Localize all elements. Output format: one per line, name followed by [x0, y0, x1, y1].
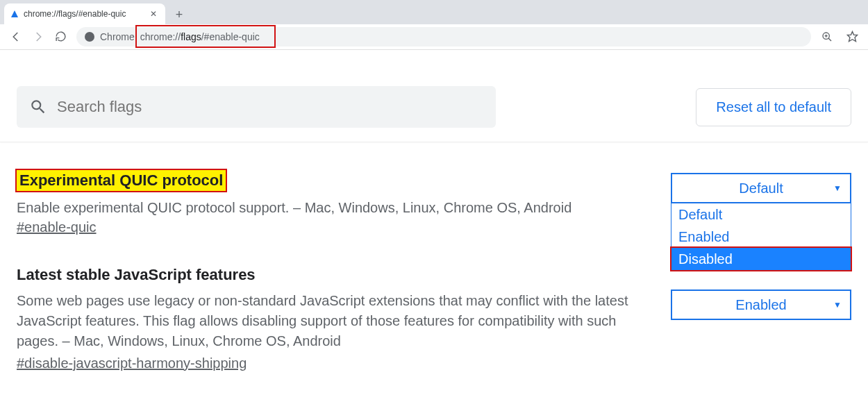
flag-option-enabled[interactable]: Enabled: [671, 226, 851, 248]
tab-title: chrome://flags/#enable-quic: [24, 9, 126, 19]
reload-button[interactable]: [50, 26, 71, 47]
browser-chrome: chrome://flags/#enable-quic ✕ + Chrome c…: [0, 0, 868, 49]
flask-icon: [11, 10, 18, 17]
flag-select-value: Enabled: [735, 297, 786, 313]
new-tab-button[interactable]: +: [169, 5, 189, 24]
browser-tab[interactable]: chrome://flags/#enable-quic ✕: [4, 3, 165, 24]
flag-description: Some web pages use legacy or non-standar…: [17, 291, 649, 351]
toolbar: Chrome chrome://flags/#enable-quic: [0, 24, 868, 49]
flag-select[interactable]: Enabled ▼: [671, 290, 851, 320]
address-bar[interactable]: Chrome chrome://flags/#enable-quic: [76, 27, 811, 47]
search-icon: [29, 98, 47, 116]
bookmark-star-icon[interactable]: [842, 26, 862, 47]
chrome-icon: [85, 32, 94, 42]
forward-button[interactable]: [28, 26, 49, 47]
reset-all-button[interactable]: Reset all to default: [696, 88, 851, 126]
flags-list: Experimental QUIC protocol Enable experi…: [0, 142, 868, 411]
flag-option-default[interactable]: Default: [671, 203, 851, 226]
chrome-label: Chrome: [100, 31, 135, 42]
close-tab-icon[interactable]: ✕: [149, 9, 158, 19]
flag-anchor-link[interactable]: #enable-quic: [17, 219, 97, 235]
tab-strip: chrome://flags/#enable-quic ✕ +: [0, 0, 868, 24]
back-button[interactable]: [6, 26, 26, 47]
flag-select[interactable]: Default ▼: [671, 173, 851, 203]
svg-line-1: [828, 38, 831, 41]
flag-anchor-link[interactable]: #disable-javascript-harmony-shipping: [17, 355, 247, 371]
search-flags-wrap[interactable]: [17, 86, 496, 128]
flag-select-wrap: Enabled ▼: [671, 266, 851, 320]
flags-header: Reset all to default: [0, 69, 868, 142]
flag-select-wrap: Default ▼ Default Enabled Disabled: [671, 170, 851, 203]
flag-title: Latest stable JavaScript features: [17, 266, 256, 284]
zoom-icon[interactable]: [817, 26, 837, 47]
flag-item-enable-quic: Experimental QUIC protocol Enable experi…: [17, 170, 851, 235]
svg-marker-4: [847, 31, 857, 41]
flag-description: Enable experimental QUIC protocol suppor…: [17, 198, 649, 218]
flag-select-value: Default: [739, 181, 783, 196]
url-text: chrome://flags/#enable-quic: [140, 31, 260, 42]
chevron-down-icon: ▼: [833, 183, 842, 193]
flag-title: Experimental QUIC protocol: [17, 170, 226, 191]
flag-item-disable-js-harmony: Latest stable JavaScript features Some w…: [17, 266, 851, 371]
search-flags-input[interactable]: [57, 98, 483, 116]
flags-page: Reset all to default Experimental QUIC p…: [0, 49, 868, 411]
chevron-down-icon: ▼: [833, 300, 842, 310]
flag-dropdown: Default Enabled Disabled: [671, 203, 851, 271]
